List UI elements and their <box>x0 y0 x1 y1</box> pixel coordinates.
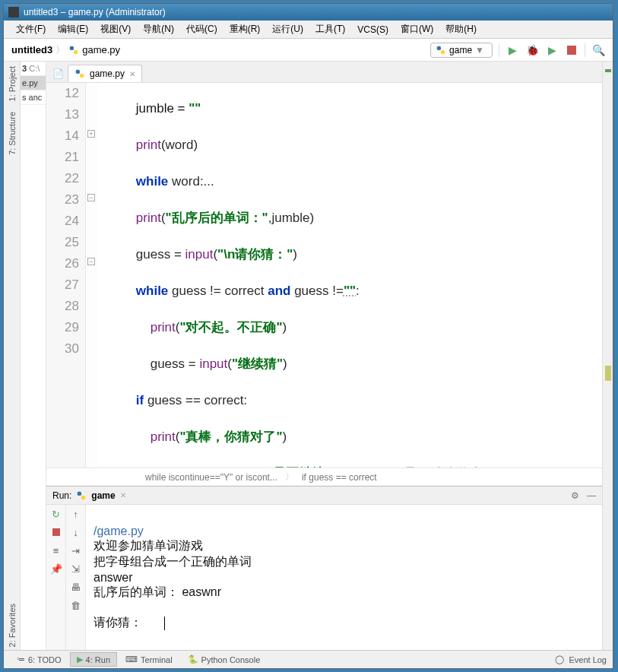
pin-icon[interactable]: 📌 <box>50 563 62 575</box>
warn-marker <box>605 366 611 381</box>
separator <box>585 43 585 57</box>
console-output[interactable]: /game.py 欢迎参加猜单词游戏 把字母组合成一个正确的单词 answer … <box>86 505 602 650</box>
app-icon <box>8 7 19 17</box>
project-tree[interactable]: 3 C:\ e.py s anc <box>21 62 46 650</box>
menu-tools[interactable]: 工具(T) <box>311 21 350 37</box>
svg-rect-0 <box>70 46 74 49</box>
debug-button[interactable]: 🐞 <box>525 43 539 57</box>
python-icon <box>74 68 85 79</box>
print-icon[interactable]: 🖶 <box>70 581 82 593</box>
event-log-icon[interactable]: ◯ <box>555 655 564 664</box>
menu-nav[interactable]: 导航(N) <box>138 21 179 37</box>
bottom-tab-todo[interactable]: ≔6: TODO <box>10 652 68 667</box>
scroll-icon[interactable]: ⇲ <box>70 563 82 575</box>
run-panel: Run: game ✕ ⚙ — ↻ ≡ 📌 <box>46 486 602 650</box>
tool-structure[interactable]: 7: Structure <box>8 109 17 158</box>
titlebar: untitled3 – game.py (Administrator) <box>4 4 613 21</box>
navbar: untitled3 〉 game.py game ▼ ▶ 🐞 ▶ 🔍 <box>4 39 613 62</box>
menu-run[interactable]: 运行(U) <box>268 21 308 37</box>
breadcrumb-sep: 〉 <box>55 43 65 57</box>
layout-icon[interactable]: ≡ <box>50 544 62 556</box>
editor-tabs: 📄 game.py ✕ <box>46 62 602 83</box>
breadcrumb: untitled3 〉 game.py <box>11 43 120 57</box>
menu-edit[interactable]: 编辑(E) <box>53 21 93 37</box>
stop-icon[interactable] <box>50 526 62 538</box>
project-row[interactable]: s anc <box>21 90 46 105</box>
fold-icon[interactable]: + <box>87 130 95 138</box>
breadcrumb-file[interactable]: game.py <box>68 44 120 55</box>
left-toolwindow-bar: 1: Project 7: Structure 2: Favorites <box>4 62 21 650</box>
menu-file[interactable]: 文件(F) <box>11 21 50 37</box>
text-cursor <box>164 617 165 630</box>
run-with-coverage-button[interactable]: ▶ <box>545 43 559 57</box>
svg-rect-1 <box>74 50 78 54</box>
run-config-select[interactable]: game ▼ <box>430 43 493 58</box>
python-icon <box>68 45 79 55</box>
fold-icon[interactable]: − <box>87 194 95 201</box>
bottom-tab-pyconsole[interactable]: 🐍Python Console <box>181 652 268 667</box>
search-button[interactable]: 🔍 <box>591 43 605 57</box>
rerun-icon[interactable]: ↻ <box>50 508 62 520</box>
editor-breadcrumb[interactable]: while iscontinue=="Y" or iscont... 〉 if … <box>46 468 602 486</box>
menu-refactor[interactable]: 重构(R) <box>225 21 265 37</box>
console-line: 把字母组合成一个正确的单词 <box>93 555 252 568</box>
menu-code[interactable]: 代码(C) <box>182 21 222 37</box>
separator <box>499 43 499 57</box>
tab-label: game.py <box>90 68 125 79</box>
console-line: answer <box>93 571 133 584</box>
svg-rect-2 <box>437 46 441 49</box>
line-gutter: 12131421222324252627282930 <box>46 83 86 468</box>
console-line: 乱序后的单词： easwnr <box>93 585 221 598</box>
editor-tab[interactable]: game.py ✕ <box>68 65 142 82</box>
menu-view[interactable]: 视图(V) <box>96 21 135 37</box>
tab-options-icon[interactable]: 📄 <box>49 65 66 82</box>
console-prompt: 请你猜： <box>93 616 142 629</box>
run-panel-header: Run: game ✕ ⚙ — <box>46 487 602 505</box>
run-toolbar-b: ↑ ↓ ⇥ ⇲ 🖶 🗑 <box>66 505 86 650</box>
project-row-selected[interactable]: e.py <box>21 76 46 90</box>
menubar: 文件(F) 编辑(E) 视图(V) 导航(N) 代码(C) 重构(R) 运行(U… <box>4 21 613 39</box>
fold-icon[interactable]: − <box>87 258 95 265</box>
svg-rect-5 <box>80 74 84 78</box>
run-panel-config[interactable]: game <box>91 490 115 501</box>
svg-rect-6 <box>78 491 81 495</box>
svg-rect-3 <box>441 50 445 54</box>
svg-rect-4 <box>76 70 80 74</box>
tool-favorites[interactable]: 2: Favorites <box>8 601 17 650</box>
close-icon[interactable]: ✕ <box>129 70 135 78</box>
console-path: /game.py <box>93 525 144 537</box>
tool-project[interactable]: 1: Project <box>8 63 17 104</box>
editor-error-stripe[interactable] <box>602 62 613 650</box>
run-button[interactable]: ▶ <box>505 43 519 57</box>
menu-window[interactable]: 窗口(W) <box>396 21 438 37</box>
svg-rect-7 <box>81 496 85 499</box>
window-title: untitled3 – game.py (Administrator) <box>24 7 166 17</box>
bottom-tab-terminal[interactable]: ⌨Terminal <box>119 652 179 667</box>
menu-help[interactable]: 帮助(H) <box>441 21 481 37</box>
down-icon[interactable]: ↓ <box>70 526 82 538</box>
stop-button[interactable] <box>565 43 578 57</box>
menu-vcs[interactable]: VCS(S) <box>353 23 393 36</box>
python-icon <box>436 45 446 55</box>
breadcrumb-project[interactable]: untitled3 <box>11 44 52 55</box>
minimize-icon[interactable]: — <box>587 490 596 501</box>
wrap-icon[interactable]: ⇥ <box>70 544 82 556</box>
bottom-bar: ≔6: TODO ▶4: Run ⌨Terminal 🐍Python Conso… <box>4 650 613 668</box>
toolbar-right: game ▼ ▶ 🐞 ▶ 🔍 <box>430 43 605 58</box>
gear-icon[interactable]: ⚙ <box>571 490 579 501</box>
console-line: 欢迎参加猜单词游戏 <box>93 539 203 552</box>
python-icon <box>76 490 87 501</box>
ok-marker <box>605 69 611 72</box>
code-editor[interactable]: 12131421222324252627282930 + − − jumble … <box>46 83 602 468</box>
event-log-label[interactable]: Event Log <box>569 655 607 664</box>
close-icon[interactable]: ✕ <box>120 491 126 499</box>
run-toolbar-a: ↻ ≡ 📌 <box>46 505 66 650</box>
fold-column[interactable]: + − − <box>86 83 98 468</box>
up-icon[interactable]: ↑ <box>70 508 82 520</box>
project-row[interactable]: 3 C:\ <box>21 62 46 76</box>
run-panel-title: Run: <box>52 490 71 501</box>
chevron-down-icon: ▼ <box>475 45 484 55</box>
trash-icon[interactable]: 🗑 <box>70 599 82 611</box>
bottom-tab-run[interactable]: ▶4: Run <box>70 652 117 667</box>
code-area[interactable]: jumble = "" print(word) while word:... p… <box>98 83 602 468</box>
